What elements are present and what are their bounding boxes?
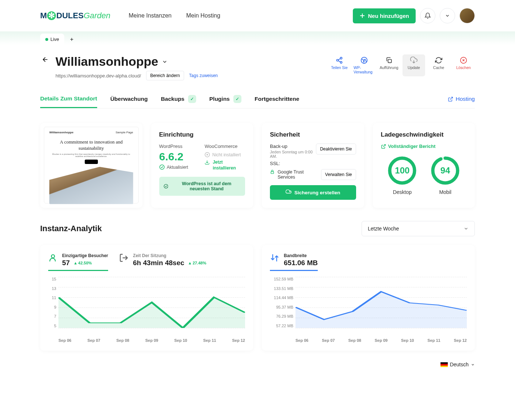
nav-my-hosting[interactable]: Mein Hosting [186,12,220,19]
wp-version: 6.6.2 [159,150,200,163]
transfer-icon [270,253,279,263]
tab-add[interactable]: + [66,34,77,45]
wp-label: WordPress [159,144,200,149]
gauge-mobile: 94 Mobil [430,156,460,195]
check-circle-icon [159,164,165,170]
svg-rect-9 [271,172,274,173]
action-delete[interactable]: Löschen [452,54,475,76]
analytics-title: Instanz-Analytik [40,224,102,233]
tab-details[interactable]: Details Zum Standort [40,95,97,108]
cloud-icon [286,190,291,195]
refresh-icon [435,57,442,64]
plus-icon: + [70,36,73,43]
tab-backups[interactable]: Backups✓ [161,95,196,108]
setup-title: Einrichtung [159,131,245,138]
svg-point-0 [340,57,342,59]
copy-icon [385,57,393,64]
backup-label: Back-up [270,144,314,149]
action-update[interactable]: Update [403,54,425,76]
avatar[interactable] [459,8,475,23]
notifications-button[interactable] [420,8,435,23]
tab-live[interactable]: Live [40,34,64,45]
action-share[interactable]: Teilen Sie [328,54,351,76]
metric-visitors[interactable]: Einzigartige Besucher57▲ 42.50% [48,253,108,271]
x-circle-icon [205,152,210,157]
wp-status: Aktualisiert [159,164,200,170]
nav-my-instances[interactable]: Meine Instanzen [129,12,171,19]
card-bandwidth-chart: Bandbreite651.06 MB 152.59 MB133.51 MB11… [262,245,475,351]
tab-hosting[interactable]: Hosting [448,95,475,108]
chevron-down-icon [445,13,450,18]
check-icon: ✓ [233,95,241,103]
dropdown-button[interactable] [440,8,455,23]
check-circle-icon [164,183,168,189]
external-link-icon [381,144,386,149]
check-icon: ✓ [188,95,196,103]
create-backup-button[interactable]: Sicherung erstellen [270,185,356,200]
bell-icon [424,12,431,19]
download-icon [205,160,210,165]
flag-de-icon [440,362,448,367]
svg-point-14 [52,255,55,258]
chevron-down-icon [471,363,475,367]
back-button[interactable] [40,54,50,65]
language-switch[interactable]: Deutsch [440,362,475,367]
card-setup: Einrichtung WordPress 6.6.2 Aktualisiert… [151,123,253,208]
wordpress-icon [360,57,368,64]
site-title: Williamsonhoppe [56,54,218,69]
user-icon [48,253,58,263]
action-wp-admin[interactable]: WP-Verwaltung [353,54,375,76]
action-cache[interactable]: Cache [427,54,450,76]
add-new-button[interactable]: Neu hinzufügen [353,8,416,23]
arrow-left-icon [42,56,49,63]
action-staging[interactable]: Aufführung [378,54,400,76]
download-cloud-icon [410,57,417,64]
delete-icon [460,57,467,64]
chevron-down-icon [464,226,469,231]
card-speed: Ladegeschwindigkeit Vollständiger Berich… [373,123,475,208]
ssl-provider: Google Trust Services [270,169,310,180]
plus-icon [359,13,365,19]
wp-uptodate-banner: WordPress ist auf dem neuesten Stand [159,177,245,196]
metric-session[interactable]: Zeit Der Sitzung6h 43min 48sec▲ 27.48% [119,253,206,271]
chevron-down-icon[interactable] [162,59,168,65]
svg-point-1 [337,60,339,61]
wc-status: Nicht installiert [205,152,245,157]
logout-icon [119,253,129,263]
card-security: Sicherheit Back-up Jeden Sonntag um 0:00… [262,123,364,208]
svg-rect-4 [388,60,392,63]
share-icon [336,57,343,64]
wc-label: WooCommerce [205,144,245,149]
install-wc-link[interactable]: Jetzt installieren [205,160,245,171]
assign-tags-link[interactable]: Tags zuweisen [189,73,218,78]
manage-ssl-button[interactable]: Verwalten Sie [321,169,356,180]
deactivate-backup-button[interactable]: Deaktivieren Sie [316,144,356,154]
range-select[interactable]: Letzte Woche [362,221,475,236]
site-url: https://williamsonhoppe.dev-alpha.cloud/ [56,73,141,79]
tab-monitoring[interactable]: Überwachung [110,95,148,108]
logo: M✻DULESGarden [40,11,110,20]
tab-plugins[interactable]: Plugins✓ [209,95,241,108]
card-visitors-chart: Einzigartige Besucher57▲ 42.50% Zeit Der… [40,245,253,351]
gauge-desktop: 100 Desktop [387,156,417,195]
svg-point-2 [340,61,342,63]
ssl-label: SSL: [270,161,356,166]
tab-advanced[interactable]: Fortgeschrittene [255,95,299,108]
metric-bandwidth[interactable]: Bandbreite651.06 MB [270,253,318,271]
lock-icon [270,169,275,174]
card-preview: WilliamsonhoppeSample Page A commitment … [40,123,142,208]
external-link-icon [448,96,453,102]
change-area-button[interactable]: Bereich ändern [146,71,184,80]
security-title: Sicherheit [270,131,356,138]
speed-title: Ladegeschwindigkeit [381,131,467,138]
full-report-link[interactable]: Vollständiger Bericht [381,144,467,149]
backup-schedule: Jeden Sonntag um 0:00 AM. [270,150,314,159]
